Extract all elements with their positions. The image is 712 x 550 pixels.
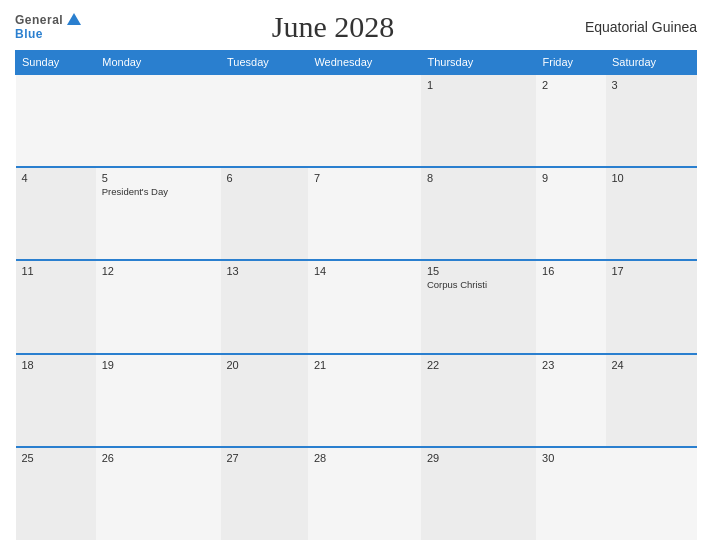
calendar-table: SundayMondayTuesdayWednesdayThursdayFrid…: [15, 50, 697, 540]
calendar-cell: 2: [536, 74, 605, 167]
calendar-cell: 7: [308, 167, 421, 260]
date-number: 29: [427, 452, 530, 464]
weekday-header-wednesday: Wednesday: [308, 51, 421, 75]
logo-triangle-icon: [67, 13, 81, 25]
date-number: 12: [102, 265, 215, 277]
date-number: 4: [22, 172, 90, 184]
date-number: 2: [542, 79, 599, 91]
calendar-title: June 2028: [272, 10, 395, 44]
date-number: 17: [612, 265, 691, 277]
date-number: 28: [314, 452, 415, 464]
event-label: President's Day: [102, 186, 215, 197]
date-number: 15: [427, 265, 530, 277]
calendar-cell: [606, 447, 697, 540]
calendar-week-row: 1112131415Corpus Christi1617: [16, 260, 697, 353]
calendar-cell: 27: [221, 447, 308, 540]
weekday-header-thursday: Thursday: [421, 51, 536, 75]
calendar-cell: 20: [221, 354, 308, 447]
logo-blue-text: Blue: [15, 27, 43, 41]
calendar-cell: 18: [16, 354, 96, 447]
calendar-cell: [308, 74, 421, 167]
calendar-week-row: 252627282930: [16, 447, 697, 540]
calendar-week-row: 45President's Day678910: [16, 167, 697, 260]
logo: General Blue: [15, 13, 81, 41]
calendar-cell: 17: [606, 260, 697, 353]
date-number: 22: [427, 359, 530, 371]
calendar-cell: 30: [536, 447, 605, 540]
weekday-header-friday: Friday: [536, 51, 605, 75]
date-number: 10: [612, 172, 691, 184]
weekday-header-saturday: Saturday: [606, 51, 697, 75]
calendar-cell: 15Corpus Christi: [421, 260, 536, 353]
calendar-cell: 16: [536, 260, 605, 353]
logo-general-text: General: [15, 13, 63, 27]
calendar-week-row: 18192021222324: [16, 354, 697, 447]
date-number: 20: [227, 359, 302, 371]
date-number: 23: [542, 359, 599, 371]
date-number: 18: [22, 359, 90, 371]
calendar-cell: [96, 74, 221, 167]
calendar-cell: 23: [536, 354, 605, 447]
weekday-header-sunday: Sunday: [16, 51, 96, 75]
weekday-header-tuesday: Tuesday: [221, 51, 308, 75]
date-number: 21: [314, 359, 415, 371]
date-number: 24: [612, 359, 691, 371]
calendar-cell: 29: [421, 447, 536, 540]
date-number: 1: [427, 79, 530, 91]
date-number: 9: [542, 172, 599, 184]
date-number: 13: [227, 265, 302, 277]
date-number: 26: [102, 452, 215, 464]
calendar-cell: 14: [308, 260, 421, 353]
calendar-cell: 10: [606, 167, 697, 260]
calendar-cell: 28: [308, 447, 421, 540]
calendar-cell: 19: [96, 354, 221, 447]
weekday-header-monday: Monday: [96, 51, 221, 75]
weekday-header-row: SundayMondayTuesdayWednesdayThursdayFrid…: [16, 51, 697, 75]
calendar-cell: 9: [536, 167, 605, 260]
calendar-cell: [16, 74, 96, 167]
calendar-cell: 11: [16, 260, 96, 353]
date-number: 25: [22, 452, 90, 464]
date-number: 3: [612, 79, 691, 91]
date-number: 5: [102, 172, 215, 184]
calendar-cell: 5President's Day: [96, 167, 221, 260]
calendar-cell: 1: [421, 74, 536, 167]
date-number: 8: [427, 172, 530, 184]
date-number: 11: [22, 265, 90, 277]
date-number: 16: [542, 265, 599, 277]
date-number: 27: [227, 452, 302, 464]
page-header: General Blue June 2028 Equatorial Guinea: [15, 10, 697, 44]
country-name: Equatorial Guinea: [585, 19, 697, 35]
calendar-cell: 8: [421, 167, 536, 260]
calendar-week-row: 123: [16, 74, 697, 167]
calendar-cell: 3: [606, 74, 697, 167]
calendar-cell: 24: [606, 354, 697, 447]
date-number: 19: [102, 359, 215, 371]
calendar-cell: 6: [221, 167, 308, 260]
calendar-cell: 13: [221, 260, 308, 353]
calendar-cell: 26: [96, 447, 221, 540]
calendar-cell: 4: [16, 167, 96, 260]
date-number: 14: [314, 265, 415, 277]
calendar-cell: 12: [96, 260, 221, 353]
calendar-cell: 25: [16, 447, 96, 540]
calendar-cell: 22: [421, 354, 536, 447]
date-number: 7: [314, 172, 415, 184]
calendar-cell: 21: [308, 354, 421, 447]
date-number: 6: [227, 172, 302, 184]
event-label: Corpus Christi: [427, 279, 530, 290]
date-number: 30: [542, 452, 599, 464]
calendar-cell: [221, 74, 308, 167]
